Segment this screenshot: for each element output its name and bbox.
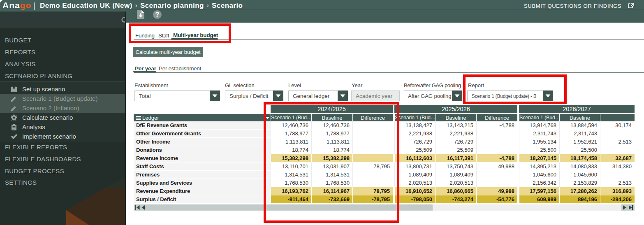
- svg-text:?: ?: [155, 11, 160, 18]
